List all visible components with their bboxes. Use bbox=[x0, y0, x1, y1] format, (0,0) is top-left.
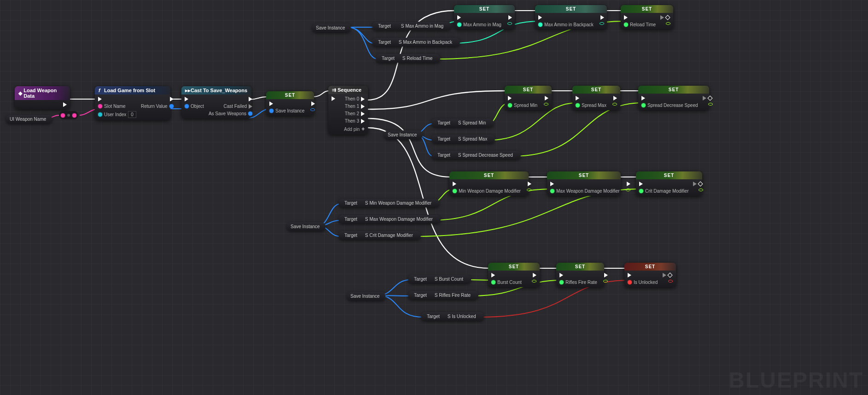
pin-save-instance[interactable]: Save Instance bbox=[269, 108, 304, 113]
getter-fire-rate[interactable]: TargetS Rifles Fire Rate bbox=[408, 291, 478, 300]
exec-out[interactable] bbox=[170, 97, 174, 101]
event-header: ◆ Load Weapon Data bbox=[15, 86, 70, 100]
getter-burst[interactable]: TargetS Burst Count bbox=[408, 275, 471, 283]
node-set-save-instance[interactable]: SET Save Instance bbox=[266, 91, 314, 116]
pin-as-save[interactable]: As Save Weapons bbox=[209, 111, 252, 116]
node-set-max-ammo-backpack[interactable]: SET Max Ammo in Backpack bbox=[535, 5, 607, 29]
pin-slot-name[interactable]: Slot Name bbox=[98, 104, 136, 109]
event-title: Load Weapon Data bbox=[23, 88, 66, 99]
node-set-spread-dec[interactable]: SET Spread Decrease Speed bbox=[638, 86, 709, 110]
var-save-instance-2[interactable]: Save Instance bbox=[287, 222, 326, 231]
getter-backpack[interactable]: TargetS Max Ammo in Backpack bbox=[372, 38, 460, 47]
exec-out[interactable] bbox=[63, 102, 67, 107]
var-save-instance-1[interactable]: Save Instance bbox=[384, 130, 423, 139]
node-cast-save-weapons[interactable]: ▸▸ Cast To Save_Weapons Object Cast Fail… bbox=[181, 86, 251, 118]
node-sequence[interactable]: ⇉ Sequence Then 0 Then 1 Then 2 Then 3 A… bbox=[328, 86, 368, 135]
node-set-burst[interactable]: SET Burst Count bbox=[488, 263, 540, 287]
node-set-min-dmg[interactable]: SET Min Weapon Damage Modifier bbox=[449, 171, 529, 196]
pin-then0[interactable]: Then 0 bbox=[345, 96, 365, 101]
function-icon: f bbox=[99, 88, 104, 93]
getter-reload[interactable]: TargetS Reload Time bbox=[376, 54, 440, 63]
getter-crit[interactable]: TargetS Crit Damage Modifier bbox=[338, 231, 421, 240]
cast-icon: ▸▸ bbox=[185, 88, 191, 93]
var-save-instance-0[interactable]: Save Instance bbox=[312, 24, 351, 32]
exec-out[interactable] bbox=[249, 97, 252, 101]
exec-in[interactable] bbox=[185, 97, 204, 101]
node-set-unlocked[interactable]: SET Is Unlocked bbox=[624, 263, 676, 287]
pin-object[interactable]: Object bbox=[185, 104, 204, 109]
cast-title: Cast To Save_Weapons bbox=[191, 88, 247, 93]
var-label: UI Weapon Name bbox=[10, 117, 46, 122]
plus-icon: + bbox=[361, 126, 365, 132]
user-index-input[interactable]: 0 bbox=[128, 111, 136, 118]
pin-then3[interactable]: Then 3 bbox=[345, 118, 365, 124]
node-set-fire-rate[interactable]: SET Rifles Fire Rate bbox=[556, 263, 604, 287]
pin-then2[interactable]: Then 2 bbox=[345, 111, 365, 116]
node-set-spread-min[interactable]: SET Spread Min bbox=[505, 86, 552, 110]
node-set-reload-time[interactable]: SET Reload Time bbox=[621, 5, 673, 29]
exec-in[interactable] bbox=[269, 101, 304, 106]
getter-spread-min[interactable]: TargetS Spread Min bbox=[431, 118, 494, 127]
node-event-load-weapon-data[interactable]: ◆ Load Weapon Data bbox=[15, 86, 70, 109]
getter-spread-dec[interactable]: TargetS Spread Decrease Speed bbox=[431, 151, 521, 159]
getter-unlocked[interactable]: TargetS Is Unlocked bbox=[421, 312, 484, 321]
pin-out-val[interactable] bbox=[309, 108, 315, 111]
getter-min-dmg[interactable]: TargetS Min Weapon Damage Modifier bbox=[338, 199, 439, 207]
event-icon: ◆ bbox=[18, 90, 23, 96]
exec-out[interactable] bbox=[311, 101, 315, 106]
pin-user-index[interactable]: User Index0 bbox=[98, 111, 136, 118]
pin-cast-failed[interactable]: Cast Failed bbox=[223, 104, 252, 109]
func-title: Load Game from Slot bbox=[104, 88, 155, 93]
func-header: f Load Game from Slot bbox=[95, 86, 170, 94]
sequence-icon: ⇉ bbox=[332, 87, 338, 93]
watermark-text: BLUEPRINT bbox=[728, 367, 863, 393]
exec-in[interactable] bbox=[332, 96, 335, 101]
var-ui-weapon-name[interactable]: UI Weapon Name bbox=[6, 115, 52, 124]
node-set-max-ammo-mag[interactable]: SET Max Ammo in Mag bbox=[454, 5, 515, 29]
seq-header: ⇉ Sequence bbox=[328, 86, 368, 94]
seq-title: Sequence bbox=[338, 87, 361, 93]
node-set-spread-max[interactable]: SET Spread Max bbox=[572, 86, 620, 110]
getter-max-dmg[interactable]: TargetS Max Weapon Damage Modifier bbox=[338, 215, 441, 224]
set-header: SET bbox=[266, 91, 314, 99]
node-load-game-from-slot[interactable]: f Load Game from Slot Slot Name User Ind… bbox=[95, 86, 170, 120]
add-pin-button[interactable]: Add pin+ bbox=[344, 126, 365, 132]
cast-header: ▸▸ Cast To Save_Weapons bbox=[181, 86, 251, 94]
node-set-max-dmg[interactable]: SET Max Weapon Damage Modifier bbox=[547, 171, 621, 196]
reroute-slot-name[interactable] bbox=[59, 111, 78, 119]
node-set-crit[interactable]: SET Crit Damage Modifier bbox=[636, 171, 702, 196]
getter-group-0[interactable]: TargetS Max Ammo in Mag bbox=[372, 22, 451, 30]
var-save-instance-3[interactable]: Save Instance bbox=[347, 292, 385, 301]
pin-return[interactable]: Return Value bbox=[141, 104, 174, 109]
delegate-icon bbox=[665, 15, 670, 20]
pin-then1[interactable]: Then 1 bbox=[345, 104, 365, 109]
exec-in[interactable] bbox=[98, 97, 136, 101]
getter-spread-max[interactable]: TargetS Spread Max bbox=[431, 135, 495, 143]
